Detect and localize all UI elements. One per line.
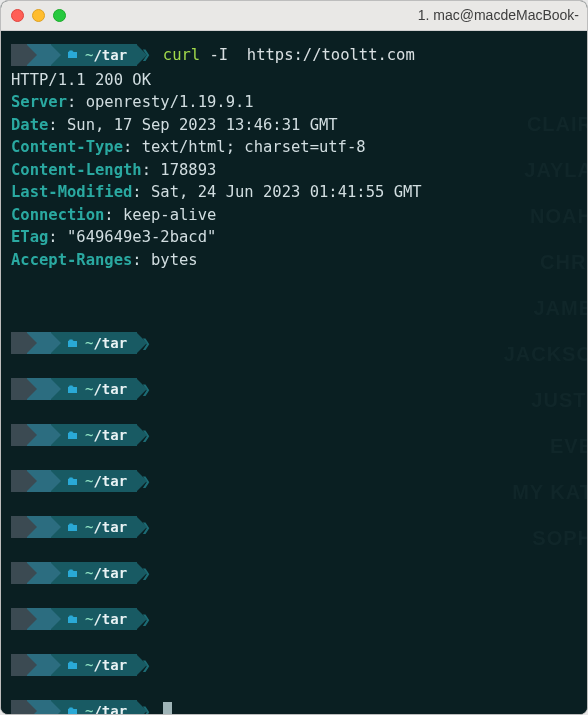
prompt-seg-path: 🖿~/tar (51, 470, 137, 492)
prompt-dir: /tar (93, 425, 127, 445)
header-value: bytes (151, 251, 198, 269)
prompt-seg-path: 🖿~/tar (51, 516, 137, 538)
header-sep: : (48, 116, 67, 134)
prompt-seg-path: 🖿~/tar (51, 700, 137, 714)
prompt-seg-path: 🖿 ~/tar (51, 44, 137, 66)
header-line: Date: Sun, 17 Sep 2023 13:46:31 GMT (11, 114, 577, 136)
folder-icon: 🖿 (67, 473, 79, 490)
header-key: Date (11, 116, 48, 134)
header-sep: : (132, 183, 151, 201)
prompt-dir: /tar (93, 655, 127, 675)
prompt-line: 🖿~/tar❯ (11, 607, 577, 631)
header-line: Content-Type: text/html; charset=utf-8 (11, 136, 577, 158)
terminal-body[interactable]: 🖿 ~/tar ❯ curl -I https://tooltt.com HTT… (1, 31, 587, 714)
header-key: Accept-Ranges (11, 251, 132, 269)
close-icon[interactable] (11, 9, 24, 22)
cmd-flag: -I (209, 46, 228, 64)
folder-icon: 🖿 (67, 427, 79, 444)
header-value: keep-alive (123, 206, 216, 224)
folder-icon: 🖿 (67, 657, 79, 674)
prompt-seg-os (11, 332, 27, 354)
prompt-tilde: ~ (85, 45, 93, 65)
header-value: Sun, 17 Sep 2023 13:46:31 GMT (67, 116, 338, 134)
prompt-seg-os (11, 44, 27, 66)
prompt-seg-path: 🖿~/tar (51, 378, 137, 400)
header-sep: : (48, 228, 67, 246)
folder-icon: 🖿 (67, 519, 79, 536)
prompt-dir: /tar (93, 517, 127, 537)
folder-icon: 🖿 (67, 565, 79, 582)
header-line: Connection: keep-alive (11, 204, 577, 226)
prompt-seg-os (11, 516, 27, 538)
header-key: Last-Modified (11, 183, 132, 201)
status-line: HTTP/1.1 200 OK (11, 69, 577, 91)
prompt-line: 🖿 ~/tar ❯ curl -I https://tooltt.com (11, 43, 577, 67)
header-value: text/html; charset=utf-8 (142, 138, 366, 156)
prompt-tilde: ~ (85, 563, 93, 583)
header-value: Sat, 24 Jun 2023 01:41:55 GMT (151, 183, 422, 201)
prompt-tilde: ~ (85, 425, 93, 445)
prompt-seg-os (11, 378, 27, 400)
prompt-seg-os (11, 424, 27, 446)
header-key: Connection (11, 206, 104, 224)
prompt-dir: /tar (93, 379, 127, 399)
header-line: Content-Length: 178893 (11, 159, 577, 181)
prompt-line: 🖿~/tar❯ (11, 331, 577, 355)
header-line: ETag: "649649e3-2bacd" (11, 226, 577, 248)
header-sep: : (123, 138, 142, 156)
header-value: "649649e3-2bacd" (67, 228, 216, 246)
prompt-line: 🖿~/tar❯ (11, 653, 577, 677)
prompt-seg-path: 🖿~/tar (51, 608, 137, 630)
folder-icon: 🖿 (67, 703, 79, 714)
folder-icon: 🖿 (67, 46, 79, 63)
header-key: Content-Type (11, 138, 123, 156)
header-sep: : (132, 251, 151, 269)
terminal-window: 1. mac@macdeMacBook- 🖿 ~/tar ❯ curl -I h… (0, 0, 588, 715)
traffic-lights (11, 9, 66, 22)
prompt-seg-os (11, 654, 27, 676)
prompt-tilde: ~ (85, 379, 93, 399)
cmd-url: https://tooltt.com (247, 46, 415, 64)
prompt-tilde: ~ (85, 701, 93, 714)
prompt-seg-path: 🖿~/tar (51, 424, 137, 446)
prompt-tilde: ~ (85, 471, 93, 491)
prompt-dir: /tar (93, 701, 127, 714)
prompt-tilde: ~ (85, 609, 93, 629)
prompt-tilde: ~ (85, 333, 93, 353)
prompt-line: 🖿~/tar❯ (11, 469, 577, 493)
prompt-tilde: ~ (85, 517, 93, 537)
header-key: ETag (11, 228, 48, 246)
header-line: Last-Modified: Sat, 24 Jun 2023 01:41:55… (11, 181, 577, 203)
header-line: Server: openresty/1.19.9.1 (11, 91, 577, 113)
prompt-dir: /tar (93, 563, 127, 583)
prompt-line: 🖿~/tar❯ (11, 423, 577, 447)
header-sep: : (104, 206, 123, 224)
window-title: 1. mac@macdeMacBook- (294, 5, 579, 25)
cmd-bin: curl (163, 46, 200, 64)
prompt-dir: /tar (93, 45, 127, 65)
prompt-dir: /tar (93, 609, 127, 629)
empty-prompts: 🖿~/tar❯🖿~/tar❯🖿~/tar❯🖿~/tar❯🖿~/tar❯🖿~/ta… (11, 331, 577, 714)
minimize-icon[interactable] (32, 9, 45, 22)
folder-icon: 🖿 (67, 381, 79, 398)
header-value: 178893 (160, 161, 216, 179)
prompt-seg-os (11, 470, 27, 492)
prompt-dir: /tar (93, 333, 127, 353)
prompt-tilde: ~ (85, 655, 93, 675)
cursor[interactable] (163, 702, 172, 714)
prompt-seg-path: 🖿~/tar (51, 654, 137, 676)
header-sep: : (67, 93, 86, 111)
prompt-seg-path: 🖿~/tar (51, 562, 137, 584)
prompt-line: 🖿~/tar❯ (11, 515, 577, 539)
prompt-seg-os (11, 562, 27, 584)
response-block: HTTP/1.1 200 OK Server: openresty/1.19.9… (11, 69, 577, 271)
prompt-dir: /tar (93, 471, 127, 491)
folder-icon: 🖿 (67, 335, 79, 352)
folder-icon: 🖿 (67, 611, 79, 628)
prompt-seg-os (11, 608, 27, 630)
header-value: openresty/1.19.9.1 (86, 93, 254, 111)
prompt-seg-os (11, 700, 27, 714)
zoom-icon[interactable] (53, 9, 66, 22)
header-line: Accept-Ranges: bytes (11, 249, 577, 271)
prompt-line: 🖿~/tar❯ (11, 377, 577, 401)
